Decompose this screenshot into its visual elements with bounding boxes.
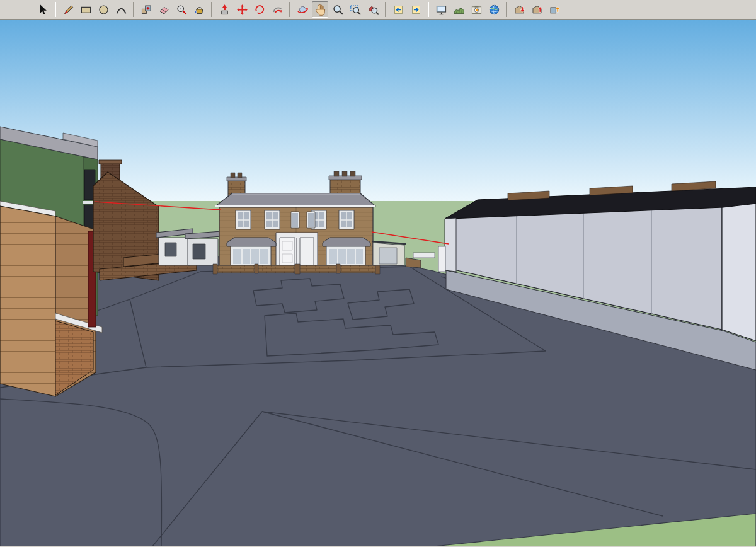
toolbar-divider	[289, 2, 290, 17]
front-door-right	[300, 238, 314, 267]
zoom-extents-icon	[367, 4, 379, 16]
preview-in-google-earth-icon	[488, 4, 500, 16]
3d-viewport[interactable]	[0, 20, 756, 546]
chimney-pot	[334, 171, 339, 176]
chimney-pot	[238, 173, 242, 178]
toolbar-button-line[interactable]	[60, 1, 76, 18]
toolbar-button-move[interactable]	[234, 1, 250, 18]
make-component-icon	[140, 4, 152, 16]
chimney-pot	[350, 171, 355, 176]
main-roof	[215, 193, 375, 206]
rectangle-icon	[80, 4, 92, 16]
toolbar-button-get-current-view[interactable]	[433, 1, 449, 18]
toolbar-button-circle[interactable]	[95, 1, 112, 18]
white-outbuildings[interactable]	[156, 229, 222, 265]
narrow-window	[307, 212, 315, 228]
bay-window-right	[323, 238, 370, 267]
rotate-icon	[254, 4, 266, 16]
toolbar-button-offset[interactable]	[269, 1, 285, 18]
arc-icon	[115, 4, 127, 16]
shed-end-bay	[722, 200, 756, 341]
timber-front-planks	[0, 206, 55, 396]
bay-roof	[323, 238, 370, 246]
zoom-icon	[332, 4, 344, 16]
toolbar-button-pan[interactable]	[312, 1, 328, 18]
toolbar-button-select[interactable]	[35, 1, 51, 18]
toolbar-divider	[506, 2, 507, 17]
chimney-left-cap	[227, 177, 246, 181]
orbit-icon	[297, 4, 309, 16]
wall-pier	[255, 264, 258, 274]
get-current-view-icon	[435, 4, 447, 16]
wall-pier	[213, 264, 217, 274]
toolbar-button-make-component[interactable]	[138, 1, 154, 18]
toolbar-button-arc[interactable]	[113, 1, 129, 18]
toolbar-button-next-view[interactable]	[408, 1, 424, 18]
toolbar-button-zoom-window[interactable]	[347, 1, 364, 18]
share-component-icon	[549, 4, 561, 16]
toolbar-button-orbit[interactable]	[294, 1, 311, 18]
toolbar-button-previous-view[interactable]	[390, 1, 406, 18]
offset-icon	[272, 4, 284, 16]
select-icon	[37, 4, 49, 16]
sash-window	[265, 210, 280, 229]
toolbar-button-zoom-extents[interactable]	[365, 1, 381, 18]
move-icon	[236, 4, 248, 16]
wall-pier	[295, 264, 300, 274]
bay-window-left	[227, 238, 276, 267]
line-icon	[62, 4, 74, 16]
viewport-container	[0, 20, 756, 546]
paint-bucket-icon	[193, 4, 205, 16]
toggle-terrain-icon	[453, 4, 465, 16]
sash-window	[339, 210, 354, 229]
tape-measure-icon	[176, 4, 188, 16]
pan-icon	[314, 4, 326, 16]
next-view-icon	[410, 4, 422, 16]
narrow-window	[291, 212, 299, 228]
door-porch	[276, 233, 318, 268]
toolbar	[0, 0, 756, 20]
get-models-icon	[513, 4, 525, 16]
annex-opening	[193, 244, 205, 259]
gable-chimney-cap	[99, 160, 122, 164]
shed-end-column	[445, 218, 456, 272]
toolbar-button-zoom[interactable]	[329, 1, 346, 18]
previous-view-icon	[392, 4, 404, 16]
toolbar-button-paint-bucket[interactable]	[191, 1, 207, 18]
timber-fronted-building[interactable]	[0, 201, 102, 396]
toolbar-divider	[211, 2, 212, 17]
toolbar-divider	[55, 2, 56, 17]
push-pull-icon	[219, 4, 231, 16]
toolbar-divider	[428, 2, 429, 17]
zoom-window-icon	[350, 4, 362, 16]
toolbar-button-preview-in-google-earth[interactable]	[486, 1, 502, 18]
toolbar-button-push-pull[interactable]	[216, 1, 232, 18]
wall-pier	[336, 264, 340, 274]
white-gate	[413, 253, 435, 258]
toolbar-divider	[133, 2, 134, 17]
chimney-pot	[231, 173, 235, 178]
white-post	[438, 246, 445, 272]
sash-window	[236, 210, 251, 229]
toolbar-button-toggle-terrain[interactable]	[450, 1, 467, 18]
outbuilding-window	[165, 243, 176, 256]
toolbar-button-tape-measure[interactable]	[173, 1, 190, 18]
toolbar-button-share-component[interactable]	[546, 1, 563, 18]
toolbar-button-get-models[interactable]	[511, 1, 527, 18]
bay-roof	[227, 238, 276, 246]
toolbar-button-eraser[interactable]	[156, 1, 172, 18]
circle-icon	[98, 4, 110, 16]
garage-door	[379, 248, 397, 264]
toolbar-button-photo-textures[interactable]	[468, 1, 484, 18]
toolbar-divider	[385, 2, 386, 17]
share-model-icon	[531, 4, 543, 16]
toolbar-button-rectangle[interactable]	[77, 1, 94, 18]
photo-textures-icon	[471, 4, 483, 16]
chimney-pot	[342, 171, 347, 176]
toolbar-button-share-model[interactable]	[529, 1, 545, 18]
eraser-icon	[158, 4, 170, 16]
toolbar-button-rotate[interactable]	[251, 1, 268, 18]
